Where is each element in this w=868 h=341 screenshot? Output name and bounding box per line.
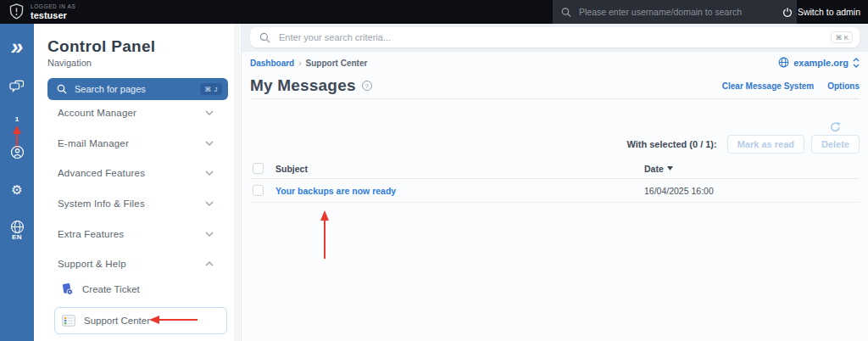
power-icon [782, 7, 793, 18]
with-selected-label: With selected (0 / 1): [626, 139, 716, 149]
ticket-icon [61, 282, 74, 295]
nav-subitem-create-ticket[interactable]: Create Ticket [61, 282, 140, 295]
search-icon [57, 84, 67, 94]
user-search-input[interactable] [579, 7, 788, 17]
updown-chevrons-icon [853, 58, 860, 68]
chevron-down-icon [205, 232, 214, 237]
nav-item-label: Extra Features [58, 229, 124, 239]
switch-to-admin-button[interactable]: Switch to admin [782, 0, 860, 24]
nav-subitem-label: Create Ticket [82, 284, 140, 294]
message-subject-cell: Your backups are now ready [275, 186, 644, 196]
main-content: ⌘ K Dashboard › Support Center example.o… [242, 24, 868, 341]
page-title: My Messages [250, 76, 356, 95]
nav-scrollbar[interactable] [234, 24, 240, 341]
header-actions: Clear Message System Options [722, 81, 860, 91]
nav-item-extra-features[interactable]: Extra Features [34, 219, 234, 249]
account-icon[interactable] [0, 145, 34, 159]
message-count-badge: 1 [0, 115, 34, 123]
message-date-cell: 16/04/2025 16:00 [644, 186, 860, 196]
page-title-row: My Messages ? [250, 76, 372, 95]
nav-item-advanced-features[interactable]: Advanced Features [34, 158, 234, 188]
select-all-cell [250, 163, 275, 174]
language-globe-icon[interactable] [0, 220, 34, 234]
panel-subtitle: Navigation [47, 58, 92, 68]
switch-to-admin-label: Switch to admin [798, 7, 860, 17]
shield-alert-icon [9, 3, 24, 20]
username-label: testuser [31, 10, 75, 20]
chevron-up-icon [205, 261, 214, 266]
subject-header[interactable]: Subject [275, 164, 644, 174]
settings-gear-icon[interactable]: ⚙ [0, 183, 34, 197]
nav-subitem-label: Support Center [84, 316, 150, 326]
nav-item-label: Support & Help [58, 259, 126, 269]
nav-item-system-info-files[interactable]: System Info & Files [34, 188, 234, 219]
delete-button[interactable]: Delete [811, 135, 860, 154]
messages-icon[interactable] [0, 80, 34, 92]
options-link[interactable]: Options [827, 81, 860, 91]
logged-in-as-label: LOGGED IN AS [31, 3, 75, 9]
table-row: Your backups are now ready 16/04/2025 16… [250, 179, 860, 203]
date-header[interactable]: Date [644, 164, 860, 174]
sort-desc-icon [667, 166, 673, 170]
nav-menu: Account Manager E-mail Manager Advanced … [34, 98, 234, 279]
search-icon [259, 32, 270, 43]
navigation-panel: Control Panel Navigation Search for page… [34, 24, 242, 341]
annotation-arrow-support-center [149, 314, 198, 326]
chevron-down-icon [205, 170, 214, 176]
support-center-icon [62, 315, 75, 327]
chevron-down-icon [205, 201, 214, 206]
selection-toolbar: With selected (0 / 1): Mark as read Dele… [626, 135, 860, 154]
panel-title: Control Panel [47, 37, 155, 56]
title-divider [250, 98, 860, 99]
refresh-icon[interactable] [830, 121, 841, 132]
top-bar: LOGGED IN AS testuser Switch to admin [0, 0, 868, 24]
globe-icon [778, 57, 789, 68]
search-icon [561, 7, 571, 18]
nav-subitem-support-center[interactable]: Support Center [54, 307, 227, 334]
select-all-checkbox[interactable] [253, 163, 264, 174]
table-header-row: Subject Date [250, 159, 860, 179]
domain-label: example.org [793, 58, 849, 68]
user-search-bar[interactable] [553, 0, 797, 24]
help-icon[interactable]: ? [362, 81, 372, 91]
nav-item-email-manager[interactable]: E-mail Manager [34, 128, 234, 159]
nav-item-account-manager[interactable]: Account Manager [34, 98, 234, 128]
row-checkbox[interactable] [253, 185, 264, 196]
global-search-bar[interactable]: ⌘ K [250, 27, 860, 48]
messages-table: Subject Date Your backups are now ready … [250, 159, 860, 203]
nav-item-support-help[interactable]: Support & Help [34, 249, 234, 279]
nav-item-label: Account Manager [58, 108, 136, 118]
directadmin-control-panel: LOGGED IN AS testuser Switch to admin » [0, 0, 868, 341]
breadcrumb-dashboard-link[interactable]: Dashboard [250, 59, 294, 68]
shortcut-badge-cmd-k: ⌘ K [831, 31, 853, 43]
logged-in-block: LOGGED IN AS testuser [0, 3, 75, 20]
breadcrumb-separator: › [298, 59, 301, 68]
nav-item-label: E-mail Manager [58, 138, 129, 148]
nav-item-label: Advanced Features [58, 168, 145, 178]
shortcut-badge-cmd-j: ⌘ J [200, 83, 222, 95]
language-code-label: EN [0, 233, 34, 241]
chevron-down-icon [205, 110, 214, 115]
icon-rail: » 1 ⚙ [0, 24, 34, 341]
global-search-input[interactable] [279, 32, 822, 42]
chevron-down-icon [205, 141, 214, 146]
directadmin-logo[interactable]: » [0, 36, 34, 58]
message-date-value: 16/04/2025 16:00 [644, 186, 714, 196]
domain-selector[interactable]: example.org [778, 57, 860, 68]
nav-item-label: System Info & Files [58, 198, 145, 209]
page-search-label: Search for pages [75, 84, 146, 94]
breadcrumb: Dashboard › Support Center [250, 59, 367, 68]
row-select-cell [250, 185, 275, 196]
clear-message-system-link[interactable]: Clear Message System [722, 81, 814, 91]
mark-as-read-button[interactable]: Mark as read [727, 135, 804, 154]
message-subject-link[interactable]: Your backups are now ready [275, 186, 396, 196]
breadcrumb-current: Support Center [306, 59, 368, 68]
date-header-label: Date [644, 164, 664, 174]
annotation-arrow-message [319, 210, 331, 260]
login-info: LOGGED IN AS testuser [31, 3, 75, 20]
